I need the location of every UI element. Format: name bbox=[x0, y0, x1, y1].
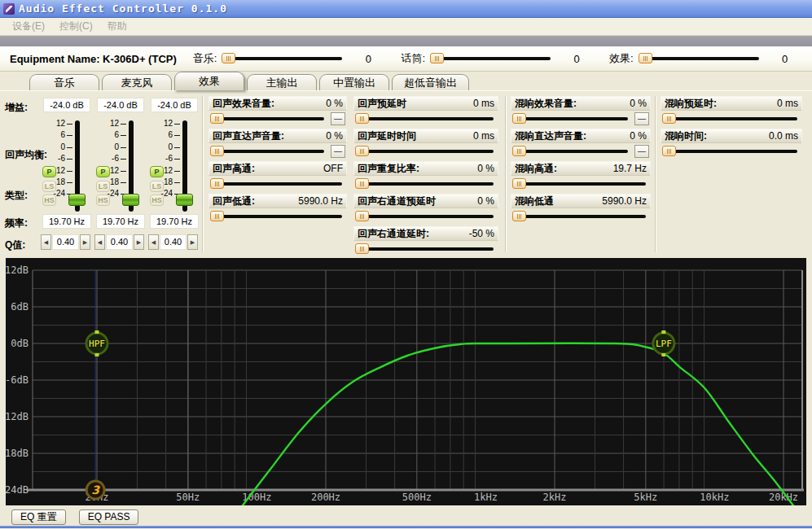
param-slider-track[interactable] bbox=[523, 182, 646, 186]
mic-slider-track[interactable] bbox=[441, 57, 551, 60]
mute-minus-button[interactable]: — bbox=[331, 112, 345, 125]
eq-pass-button[interactable]: EQ PASS bbox=[79, 509, 139, 525]
param-slider[interactable] bbox=[355, 178, 495, 190]
param-slider-handle[interactable] bbox=[512, 211, 526, 221]
eq-chart[interactable]: 12dB6dB0dB-6dB-12dB-18dB-24dB20Hz50Hz100… bbox=[6, 258, 806, 505]
param-slider-handle[interactable] bbox=[512, 146, 526, 156]
param-slider[interactable] bbox=[210, 178, 344, 190]
tab-中置输出[interactable]: 中置输出 bbox=[319, 74, 389, 90]
type-button-hs[interactable]: HS bbox=[150, 195, 164, 206]
param-slider[interactable] bbox=[512, 178, 647, 190]
param-slider-track[interactable] bbox=[523, 215, 646, 218]
param-slider-handle[interactable] bbox=[355, 243, 369, 254]
param-slider[interactable] bbox=[662, 113, 799, 125]
param-slider-handle[interactable] bbox=[355, 146, 369, 156]
type-button-p[interactable]: P bbox=[150, 166, 164, 177]
param-slider-handle[interactable] bbox=[512, 178, 526, 189]
param-group-header: 回声低通:5990.0 Hz bbox=[208, 194, 347, 208]
effect-slider-handle[interactable] bbox=[639, 53, 652, 63]
param-slider-handle[interactable] bbox=[512, 113, 526, 124]
param-slider-handle[interactable] bbox=[355, 178, 369, 189]
param-slider[interactable] bbox=[512, 211, 647, 222]
tab-效果[interactable]: 效果 bbox=[174, 72, 244, 90]
param-slider[interactable] bbox=[210, 113, 326, 125]
param-slider-track[interactable] bbox=[366, 215, 494, 218]
param-slider-handle[interactable] bbox=[355, 113, 369, 124]
type-button-ls[interactable]: LS bbox=[96, 181, 110, 192]
param-slider[interactable] bbox=[210, 146, 326, 157]
param-slider-track[interactable] bbox=[366, 247, 494, 251]
param-slider-track[interactable] bbox=[221, 117, 324, 120]
gain-fader-handle[interactable] bbox=[176, 194, 193, 206]
tab-超低音输出[interactable]: 超低音输出 bbox=[392, 74, 469, 90]
hpf-marker[interactable]: HPF bbox=[86, 330, 108, 356]
eq-reset-button[interactable]: EQ 重置 bbox=[11, 509, 66, 525]
eq-channel-3: -24.0 dB1260-6-12-18-24PLSHS19.70 Hz◀0.4… bbox=[148, 91, 200, 254]
param-slider-track[interactable] bbox=[673, 117, 797, 120]
gain-fader-handle[interactable] bbox=[68, 194, 86, 206]
q-spin-down-icon[interactable]: ◀ bbox=[148, 234, 159, 250]
param-slider[interactable] bbox=[355, 243, 495, 255]
param-slider[interactable] bbox=[210, 211, 344, 222]
param-slider-track[interactable] bbox=[221, 150, 324, 153]
type-button-hs[interactable]: HS bbox=[42, 195, 56, 206]
param-slider-handle[interactable] bbox=[355, 211, 369, 221]
mic-slider[interactable] bbox=[430, 53, 552, 64]
tab-主输出[interactable]: 主输出 bbox=[247, 74, 317, 90]
param-label: 回声重复比率: bbox=[358, 162, 419, 176]
effect-slider-track[interactable] bbox=[649, 57, 759, 60]
param-slider[interactable] bbox=[355, 211, 495, 222]
param-slider-track[interactable] bbox=[673, 150, 797, 153]
param-slider-handle[interactable] bbox=[210, 113, 224, 124]
type-button-hs[interactable]: HS bbox=[96, 195, 110, 206]
lpf-marker[interactable]: LPF bbox=[653, 330, 674, 356]
tab-音乐[interactable]: 音乐 bbox=[29, 74, 99, 90]
type-button-p[interactable]: P bbox=[42, 166, 56, 177]
menu-item-1[interactable]: 控制(C) bbox=[52, 18, 100, 35]
type-button-ls[interactable]: LS bbox=[150, 181, 164, 192]
q-spin-up-icon[interactable]: ▶ bbox=[134, 234, 144, 250]
param-slider-handle[interactable] bbox=[210, 211, 224, 221]
param-slider[interactable] bbox=[355, 113, 495, 125]
tick-mark bbox=[174, 171, 180, 172]
param-slider-track[interactable] bbox=[366, 117, 494, 120]
mute-minus-button[interactable]: — bbox=[634, 112, 649, 125]
menu-item-2[interactable]: 帮助 bbox=[100, 18, 134, 35]
type-button-ls[interactable]: LS bbox=[42, 181, 56, 192]
y-tick-label: -12dB bbox=[6, 411, 29, 422]
param-slider[interactable] bbox=[662, 146, 799, 157]
music-slider-track[interactable] bbox=[232, 57, 342, 60]
q-spin-up-icon[interactable]: ▶ bbox=[80, 234, 90, 250]
param-slider-track[interactable] bbox=[221, 182, 342, 186]
effect-slider[interactable] bbox=[639, 53, 761, 64]
titlebar[interactable]: Audio Effect Controller 0.1.0 bbox=[0, 0, 812, 18]
band3-marker[interactable]: 3 bbox=[86, 481, 104, 499]
param-slider-track[interactable] bbox=[523, 150, 628, 153]
mic-slider-handle[interactable] bbox=[430, 53, 444, 63]
gain-fader-handle[interactable] bbox=[122, 194, 139, 206]
x-tick-label: 2kHz bbox=[543, 492, 567, 503]
music-slider[interactable] bbox=[222, 53, 344, 64]
music-slider-handle[interactable] bbox=[222, 53, 235, 63]
q-value-box: 0.40 bbox=[52, 234, 79, 250]
mute-minus-button[interactable]: — bbox=[634, 145, 649, 158]
mute-minus-button[interactable]: — bbox=[331, 145, 345, 158]
q-spin-down-icon[interactable]: ◀ bbox=[41, 234, 51, 250]
param-slider-handle[interactable] bbox=[210, 178, 224, 189]
param-slider-track[interactable] bbox=[366, 150, 494, 153]
param-slider-handle[interactable] bbox=[210, 146, 224, 156]
param-slider-track[interactable] bbox=[366, 182, 494, 186]
tab-麦克风[interactable]: 麦克风 bbox=[102, 74, 172, 90]
q-spin-down-icon[interactable]: ◀ bbox=[94, 234, 105, 250]
menu-item-0[interactable]: 设备(E) bbox=[5, 18, 52, 35]
q-spin-up-icon[interactable]: ▶ bbox=[187, 234, 198, 250]
param-slider[interactable] bbox=[512, 113, 630, 125]
type-button-p[interactable]: P bbox=[96, 166, 110, 177]
param-slider[interactable] bbox=[355, 146, 495, 157]
param-slider-track[interactable] bbox=[221, 215, 342, 218]
param-slider-track[interactable] bbox=[523, 117, 628, 120]
q-value-box: 0.40 bbox=[106, 234, 133, 250]
param-slider-handle[interactable] bbox=[662, 113, 676, 124]
param-slider[interactable] bbox=[512, 146, 630, 157]
param-slider-handle[interactable] bbox=[662, 146, 676, 156]
